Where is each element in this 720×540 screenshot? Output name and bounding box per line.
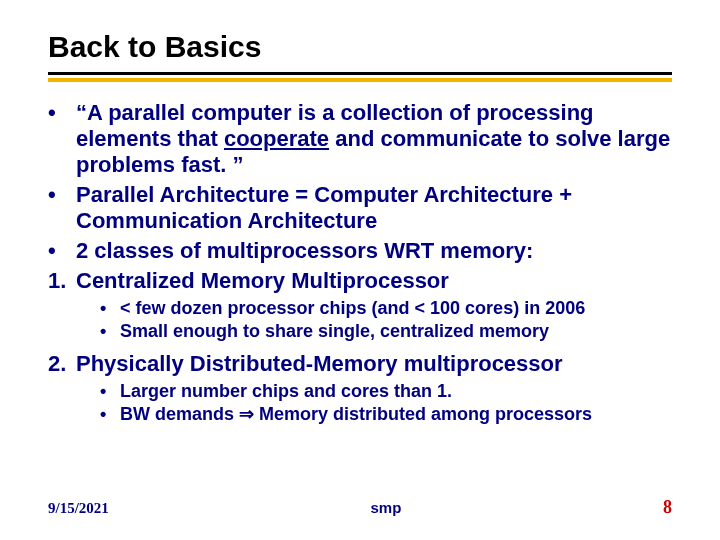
sub-list-centralized: • < few dozen processor chips (and < 100…: [100, 298, 672, 343]
numbered-distributed-text: Physically Distributed-Memory multiproce…: [76, 351, 672, 377]
quote-underline: cooperate: [224, 126, 329, 151]
bullet-arch-text: Parallel Architecture = Computer Archite…: [76, 182, 672, 234]
bullet-quote-text: “A parallel computer is a collection of …: [76, 100, 672, 178]
sub-item: • < few dozen processor chips (and < 100…: [100, 298, 672, 320]
footer-mid: smp: [371, 499, 402, 516]
rule-gold: [48, 78, 672, 82]
rule-dark: [48, 72, 672, 75]
bullet-classes-text: 2 classes of multiprocessors WRT memory:: [76, 238, 672, 264]
sub-item: • Small enough to share single, centrali…: [100, 321, 672, 343]
number-marker-1: 1.: [48, 268, 76, 294]
sub-list-distributed: • Larger number chips and cores than 1. …: [100, 381, 672, 426]
bullet-dot-icon: •: [48, 100, 76, 178]
bullet-dot-icon: •: [48, 238, 76, 264]
sub-item-text: BW demands ⇒ Memory distributed among pr…: [120, 404, 672, 426]
slide: Back to Basics • “A parallel computer is…: [0, 0, 720, 540]
page-title: Back to Basics: [48, 30, 672, 64]
sub-item-text: Larger number chips and cores than 1.: [120, 381, 672, 403]
bullet-dot-icon: •: [100, 298, 120, 320]
main-list: • “A parallel computer is a collection o…: [48, 100, 672, 294]
sub-item: • BW demands ⇒ Memory distributed among …: [100, 404, 672, 426]
sub-item-text: Small enough to share single, centralize…: [120, 321, 672, 343]
footer-date: 9/15/2021: [48, 500, 109, 517]
bullet-classes: • 2 classes of multiprocessors WRT memor…: [48, 238, 672, 264]
bullet-dot-icon: •: [100, 404, 120, 426]
numbered-centralized-text: Centralized Memory Multiprocessor: [76, 268, 672, 294]
sub-item: • Larger number chips and cores than 1.: [100, 381, 672, 403]
main-list-continued: 2. Physically Distributed-Memory multipr…: [48, 351, 672, 377]
bullet-dot-icon: •: [100, 321, 120, 343]
footer-page: 8: [663, 497, 672, 518]
bullet-dot-icon: •: [100, 381, 120, 403]
bullet-dot-icon: •: [48, 182, 76, 234]
number-marker-2: 2.: [48, 351, 76, 377]
sub-item-text: < few dozen processor chips (and < 100 c…: [120, 298, 672, 320]
bullet-arch: • Parallel Architecture = Computer Archi…: [48, 182, 672, 234]
footer: 9/15/2021 smp 8: [48, 497, 672, 518]
bullet-quote: • “A parallel computer is a collection o…: [48, 100, 672, 178]
numbered-distributed: 2. Physically Distributed-Memory multipr…: [48, 351, 672, 377]
numbered-centralized: 1. Centralized Memory Multiprocessor: [48, 268, 672, 294]
